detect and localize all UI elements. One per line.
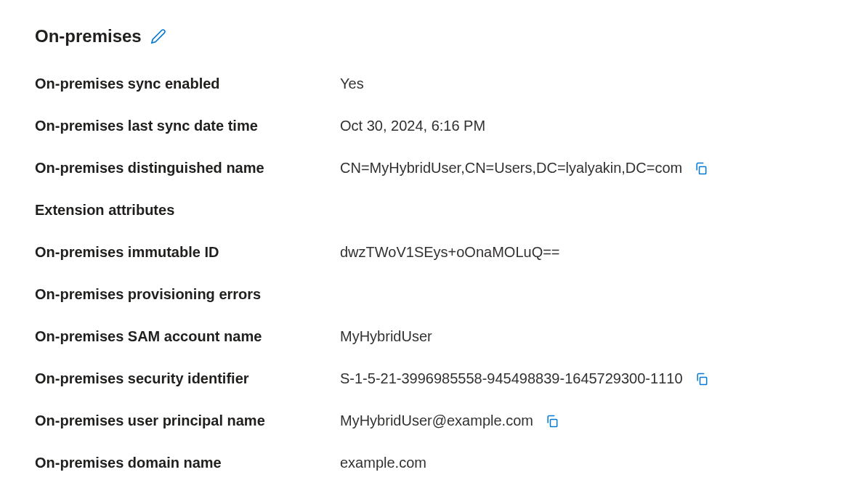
- copy-icon[interactable]: [694, 161, 708, 176]
- property-value: S-1-5-21-3996985558-945498839-1645729300…: [340, 370, 831, 387]
- property-value: CN=MyHybridUser,CN=Users,DC=lyalyakin,DC…: [340, 160, 831, 176]
- svg-rect-0: [700, 166, 706, 174]
- property-value-text: MyHybridUser: [340, 328, 432, 345]
- property-value: Yes: [340, 76, 831, 92]
- property-row-last-sync: On-premises last sync date time Oct 30, …: [35, 118, 831, 138]
- property-row-sync-enabled: On-premises sync enabled Yes: [35, 76, 831, 96]
- property-value: MyHybridUser@example.com: [340, 412, 831, 429]
- edit-icon[interactable]: [150, 28, 166, 44]
- property-value-text: CN=MyHybridUser,CN=Users,DC=lyalyakin,DC…: [340, 160, 682, 176]
- property-label: On-premises last sync date time: [35, 118, 340, 134]
- property-row-immutable-id: On-premises immutable ID dwzTWoV1SEys+oO…: [35, 244, 831, 264]
- property-value: example.com: [340, 455, 831, 471]
- property-label: Extension attributes: [35, 202, 340, 219]
- section-header: On-premises: [35, 26, 831, 46]
- property-label: On-premises immutable ID: [35, 244, 340, 261]
- property-row-extension-attributes: Extension attributes: [35, 202, 831, 222]
- property-label: On-premises user principal name: [35, 412, 340, 429]
- property-label: On-premises provisioning errors: [35, 286, 340, 303]
- property-row-sam-account-name: On-premises SAM account name MyHybridUse…: [35, 328, 831, 349]
- property-row-domain-name: On-premises domain name example.com: [35, 455, 831, 475]
- property-row-security-identifier: On-premises security identifier S-1-5-21…: [35, 370, 831, 391]
- property-label: On-premises domain name: [35, 455, 340, 471]
- property-label: On-premises security identifier: [35, 370, 340, 387]
- property-value-text: MyHybridUser@example.com: [340, 412, 533, 429]
- property-value: dwzTWoV1SEys+oOnaMOLuQ==: [340, 244, 831, 261]
- svg-rect-2: [550, 419, 557, 426]
- property-value-text: example.com: [340, 455, 426, 471]
- copy-icon[interactable]: [695, 372, 709, 386]
- property-value: Oct 30, 2024, 6:16 PM: [340, 118, 831, 134]
- copy-icon[interactable]: [545, 414, 559, 428]
- property-value: MyHybridUser: [340, 328, 831, 345]
- property-row-provisioning-errors: On-premises provisioning errors: [35, 286, 831, 306]
- property-label: On-premises distinguished name: [35, 160, 340, 176]
- property-label: On-premises sync enabled: [35, 76, 340, 92]
- property-row-user-principal-name: On-premises user principal name MyHybrid…: [35, 412, 831, 433]
- property-label: On-premises SAM account name: [35, 328, 340, 345]
- property-value-text: Yes: [340, 76, 364, 92]
- property-value-text: Oct 30, 2024, 6:16 PM: [340, 118, 485, 134]
- property-row-distinguished-name: On-premises distinguished name CN=MyHybr…: [35, 160, 831, 180]
- property-value-text: S-1-5-21-3996985558-945498839-1645729300…: [340, 370, 683, 387]
- property-value-text: dwzTWoV1SEys+oOnaMOLuQ==: [340, 244, 560, 261]
- section-title: On-premises: [35, 26, 142, 46]
- svg-rect-1: [700, 377, 706, 384]
